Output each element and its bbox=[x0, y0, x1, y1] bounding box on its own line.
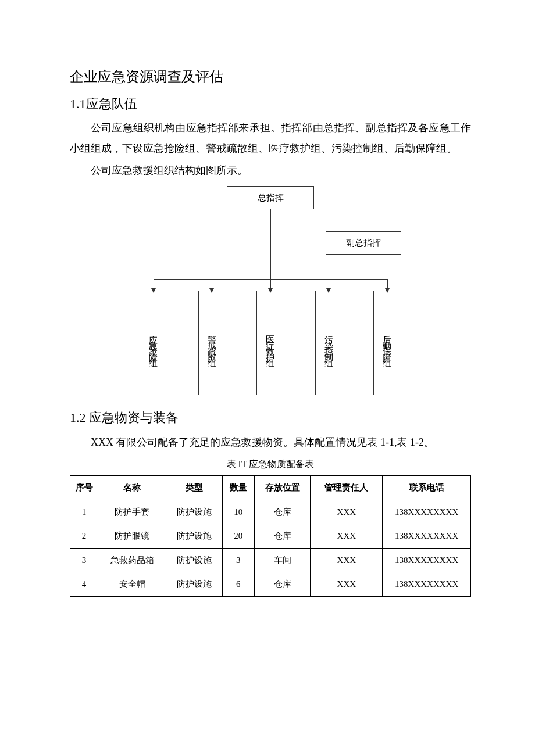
org-leaf-4: 污染控制组 bbox=[315, 291, 343, 395]
table-cell-tel: 138XXXXXXXX bbox=[383, 548, 471, 572]
table-cell-qty: 20 bbox=[222, 524, 254, 549]
table-cell-owner: XXX bbox=[311, 524, 383, 549]
table-cell-qty: 10 bbox=[222, 500, 254, 524]
org-branch-bar bbox=[140, 256, 401, 291]
table-cell-tel: 138XXXXXXXX bbox=[383, 572, 471, 597]
th-owner: 管理责任人 bbox=[311, 476, 383, 500]
table-cell-name: 急救药品箱 bbox=[98, 548, 166, 572]
document-title: 企业应急资源调查及评估 bbox=[70, 64, 471, 91]
table-cell-type: 防护设施 bbox=[166, 572, 222, 597]
arrow-down-icon bbox=[385, 288, 390, 293]
table-cell-no: 4 bbox=[70, 572, 98, 597]
table-cell-loc: 仓库 bbox=[254, 524, 310, 549]
equipment-table-body: 1防护手套防护设施10仓库XXX138XXXXXXXX2防护眼镜防护设施20仓库… bbox=[70, 500, 471, 596]
table-cell-name: 安全帽 bbox=[98, 572, 166, 597]
table-cell-tel: 138XXXXXXXX bbox=[383, 500, 471, 524]
section-1-1-heading: 1.1应急队伍 bbox=[70, 92, 471, 116]
org-leaf-3: 医疗救护组 bbox=[256, 291, 284, 395]
table-cell-owner: XXX bbox=[311, 572, 383, 597]
table-cell-no: 1 bbox=[70, 500, 98, 524]
table-row: 4安全帽防护设施6仓库XXX138XXXXXXXX bbox=[70, 572, 471, 597]
org-deputy-row: 副总指挥 bbox=[140, 230, 401, 256]
section-1-1-para-2: 公司应急救援组织结构如图所示。 bbox=[70, 160, 471, 180]
table-cell-tel: 138XXXXXXXX bbox=[383, 524, 471, 549]
org-leaf-2: 警戒疏散组 bbox=[198, 291, 226, 395]
table-cell-loc: 车间 bbox=[254, 548, 310, 572]
arrow-down-icon bbox=[268, 288, 273, 293]
org-leaf-1: 应急抢险组 bbox=[140, 291, 167, 395]
table-cell-type: 防护设施 bbox=[166, 548, 222, 572]
table-cell-qty: 6 bbox=[222, 572, 254, 597]
org-chart: 总指挥 副总指挥 应急抢险组 警戒疏散组 医疗救护组 污染控制组 bbox=[140, 186, 401, 395]
section-1-1-para-1: 公司应急组织机构由应急指挥部来承担。指挥部由总指挥、副总指挥及各应急工作小组组成… bbox=[70, 118, 471, 157]
org-deputy-connector bbox=[270, 243, 326, 243]
table-header-row: 序号 名称 类型 数量 存放位置 管理责任人 联系电话 bbox=[70, 476, 471, 500]
th-type: 类型 bbox=[166, 476, 222, 500]
arrow-down-icon bbox=[151, 288, 156, 293]
th-no: 序号 bbox=[70, 476, 98, 500]
arrow-down-icon bbox=[209, 288, 214, 293]
section-1-2-para-1: XXX 有限公司配备了充足的应急救援物资。具体配置情况见表 1-1,表 1-2。 bbox=[70, 432, 471, 452]
table-cell-owner: XXX bbox=[311, 548, 383, 572]
org-leaf-5: 后勤保障组 bbox=[373, 291, 401, 395]
table-1-caption: 表 IT 应急物质配备表 bbox=[70, 456, 471, 473]
table-cell-no: 3 bbox=[70, 548, 98, 572]
document-page: 企业应急资源调查及评估 1.1应急队伍 公司应急组织机构由应急指挥部来承担。指挥… bbox=[0, 0, 535, 756]
table-row: 2防护眼镜防护设施20仓库XXX138XXXXXXXX bbox=[70, 524, 471, 549]
org-trunk-3 bbox=[270, 256, 271, 279]
th-tel: 联系电话 bbox=[383, 476, 471, 500]
table-row: 1防护手套防护设施10仓库XXX138XXXXXXXX bbox=[70, 500, 471, 524]
table-row: 3急救药品箱防护设施3车间XXX138XXXXXXXX bbox=[70, 548, 471, 572]
table-cell-name: 防护手套 bbox=[98, 500, 166, 524]
table-cell-name: 防护眼镜 bbox=[98, 524, 166, 549]
section-1-2-heading: 1.2 应急物资与装备 bbox=[70, 406, 471, 430]
table-cell-no: 2 bbox=[70, 524, 98, 549]
table-cell-loc: 仓库 bbox=[254, 572, 310, 597]
equipment-table: 序号 名称 类型 数量 存放位置 管理责任人 联系电话 1防护手套防护设施10仓… bbox=[70, 475, 471, 597]
th-qty: 数量 bbox=[222, 476, 254, 500]
th-name: 名称 bbox=[98, 476, 166, 500]
org-trunk-1 bbox=[270, 209, 271, 230]
table-cell-owner: XXX bbox=[311, 500, 383, 524]
org-root-box: 总指挥 bbox=[227, 186, 314, 209]
table-cell-qty: 3 bbox=[222, 548, 254, 572]
arrow-down-icon bbox=[326, 288, 331, 293]
table-cell-type: 防护设施 bbox=[166, 524, 222, 549]
th-loc: 存放位置 bbox=[254, 476, 310, 500]
table-cell-loc: 仓库 bbox=[254, 500, 310, 524]
org-deputy-box: 副总指挥 bbox=[326, 231, 401, 255]
org-leaves: 应急抢险组 警戒疏散组 医疗救护组 污染控制组 后勤保障组 bbox=[140, 291, 401, 395]
table-cell-type: 防护设施 bbox=[166, 500, 222, 524]
